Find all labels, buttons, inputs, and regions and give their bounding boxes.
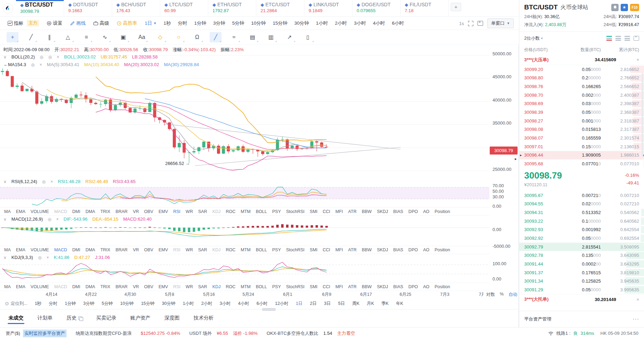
indicator-tab-mfi[interactable]: MFI (335, 284, 343, 289)
indicator-tab-boll[interactable]: BOLL (256, 247, 267, 252)
tab-计划单[interactable]: 计划单 (37, 310, 54, 326)
ma-settings-icon[interactable]: ◎ (31, 62, 34, 67)
horizontal-line-icon[interactable]: ≡ (80, 32, 92, 42)
indicator-tab-skdj[interactable]: SKDJ (377, 209, 388, 214)
indicator-tab-kdj[interactable]: KDJ (212, 209, 221, 214)
toolbar-timeframe-3小时[interactable]: 3小时 (354, 20, 366, 26)
date-tick[interactable]: 5月16 (203, 292, 215, 298)
percent-scale-button[interactable]: % (500, 292, 504, 298)
symbol-tab-bch[interactable]: ◆BCH/USDT176.43 (112, 0, 160, 16)
macd-panel[interactable] (0, 223, 489, 246)
rsi-close-icon[interactable]: × (51, 179, 53, 184)
symbol-tab-doge[interactable]: ◆DOGE/USDT0.079655 (352, 0, 401, 16)
toolbar-timeframe-10分钟[interactable]: 10分钟 (251, 20, 266, 26)
indicator-tab-dmi[interactable]: DMI (72, 284, 80, 289)
tab-买卖记录[interactable]: 买卖记录 (95, 310, 117, 326)
symbol-tab-fil[interactable]: ◆FIL/USDT7.18 (401, 0, 449, 16)
pattern-icon[interactable]: ≈ (228, 32, 240, 42)
collapse-chevron-icon[interactable]: ∨ (3, 255, 7, 260)
collapse-chevron-icon[interactable]: ∨ (3, 55, 7, 60)
big-buy-order-row[interactable]: 3***(大托单) 30.201449 × (519, 294, 644, 305)
indicator-tab-macd[interactable]: MACD (54, 247, 67, 252)
ask-row[interactable]: 30097.010.1500002.136015 (519, 142, 644, 151)
kdj-panel[interactable] (0, 260, 489, 283)
indicator-tab-roc[interactable]: ROC (226, 209, 235, 214)
add-symbol-tab-button[interactable]: + (451, 3, 461, 11)
indicator-tab-wr[interactable]: WR (186, 284, 193, 289)
winrate-button[interactable]: 高胜率 (117, 20, 137, 26)
indicator-tab-volume[interactable]: VOLUME (31, 209, 49, 214)
date-tick[interactable]: 4月22 (85, 292, 96, 298)
date-tick[interactable]: 4月30 (124, 292, 136, 298)
copy-icon[interactable]: ▥ (265, 32, 277, 42)
indicator-tab-ao[interactable]: AO (423, 209, 429, 214)
more-menu-icon[interactable]: ··· (633, 316, 639, 322)
indicator-tab-emv[interactable]: EMV (158, 247, 168, 252)
indicator-tab-emv[interactable]: EMV (158, 209, 168, 214)
date-tick[interactable]: 4月14 (46, 292, 57, 298)
toolbar-timeframe-1秒[interactable]: 1秒 (163, 20, 171, 26)
indicator-tab-dmi[interactable]: DMI (72, 209, 80, 214)
symbol-tab-ltc[interactable]: ◆LTC/USDT60.99 (160, 0, 208, 16)
indicator-tab-ma[interactable]: MA (4, 284, 11, 289)
bottom-timeframe-12小时[interactable]: 12小时 (275, 301, 288, 307)
date-tick[interactable]: 5月8 (165, 292, 174, 298)
indicator-tab-dmi[interactable]: DMI (72, 247, 80, 252)
bid-row[interactable]: 30094.310.5133520.540562 (519, 208, 644, 217)
indicator-tab-psy[interactable]: PSY (272, 209, 281, 214)
toolbar-timeframe-分时[interactable]: 分时 (178, 20, 187, 26)
tab-技术分析[interactable]: 技术分析 (193, 310, 215, 326)
magnet-icon[interactable]: Ω (191, 32, 203, 42)
indicator-tab-cci[interactable]: CCI (323, 209, 331, 214)
bid-row[interactable]: 30091.370.1765153.819810 (519, 268, 644, 277)
trash-icon[interactable]: ▯ (302, 32, 314, 42)
bottom-timeframe-分时[interactable]: 分时 (49, 301, 57, 307)
bottom-timeframe-月K[interactable]: 月K (367, 301, 374, 307)
indicator-tab-volume[interactable]: VOLUME (31, 284, 49, 289)
indicator-tab-smi[interactable]: SMI (310, 209, 317, 214)
toolbar-timeframe-15分钟[interactable]: 15分钟 (273, 20, 287, 26)
advanced-button[interactable]: 高级 (93, 20, 109, 26)
bid-row[interactable]: 30092.920.0500000.692554 (519, 234, 644, 243)
boll-eye-icon[interactable]: ◎ (48, 55, 52, 60)
period-dropdown[interactable]: 1日 ▼ (145, 20, 157, 26)
indicator-tab-sar[interactable]: SAR (198, 209, 207, 214)
add-window-icon[interactable] (478, 21, 483, 26)
rsi-settings-icon[interactable]: ◎ (42, 179, 46, 184)
indicator-tab-obv[interactable]: OBV (144, 284, 153, 289)
indicator-tab-dpo[interactable]: DPO (409, 284, 418, 289)
settings-button[interactable]: 设置 (47, 20, 62, 26)
indicator-tab-ma[interactable]: MA (4, 209, 11, 214)
ellipse-icon[interactable]: ○ (173, 32, 185, 42)
bid-row[interactable]: 30092.930.0019920.642554 (519, 226, 644, 234)
bottom-timeframe-6小时[interactable]: 6小时 (257, 301, 268, 307)
indicator-tab-atr[interactable]: ATR (348, 247, 357, 252)
ask-row[interactable]: 30098.760.1662652.566652 (519, 82, 644, 91)
indicator-tab-bbw[interactable]: BBW (362, 209, 372, 214)
indicator-tab-trix[interactable]: TRIX (100, 247, 110, 252)
ask-row[interactable]: 30098.270.0010002.318387 (519, 117, 644, 125)
wave-icon[interactable]: ∿ (99, 32, 111, 42)
fullscreen-icon[interactable] (468, 21, 473, 26)
ask-row[interactable]: 30098.700.0020002.400387 (519, 91, 644, 100)
indicator-tab-mtm[interactable]: MTM (241, 209, 250, 214)
indicator-tab-mtm[interactable]: MTM (241, 247, 250, 252)
indicator-tab-macd[interactable]: MACD (54, 284, 67, 289)
rsi-panel[interactable] (0, 185, 489, 207)
indicator-tab-rsi[interactable]: RSI (173, 284, 180, 289)
indicator-tab-vr[interactable]: VR (133, 209, 139, 214)
exchange-logo[interactable] (0, 0, 16, 16)
close-icon[interactable]: × (625, 297, 639, 302)
indicator-tab-smi[interactable]: SMI (310, 284, 317, 289)
bottom-timeframe-3日[interactable]: 3日 (324, 301, 331, 307)
bottom-timeframe-30分钟[interactable]: 30分钟 (162, 301, 176, 307)
bid-row[interactable]: 30092.792.8155413.508095 (519, 243, 644, 251)
indicator-tab-ao[interactable]: AO (423, 284, 429, 289)
indicator-button[interactable]: 指标 主力 (8, 20, 39, 26)
indicator-tab-bias[interactable]: BIAS (393, 247, 403, 252)
toolbar-timeframe-1小时[interactable]: 1小时 (316, 20, 328, 26)
indicator-tab-stochrsi[interactable]: StochRSI (286, 284, 304, 289)
indicator-tab-rsi[interactable]: RSI (173, 209, 180, 214)
indicator-tab-bias[interactable]: BIAS (393, 209, 403, 214)
toolbar-timeframe-4小时[interactable]: 4小时 (373, 20, 385, 26)
